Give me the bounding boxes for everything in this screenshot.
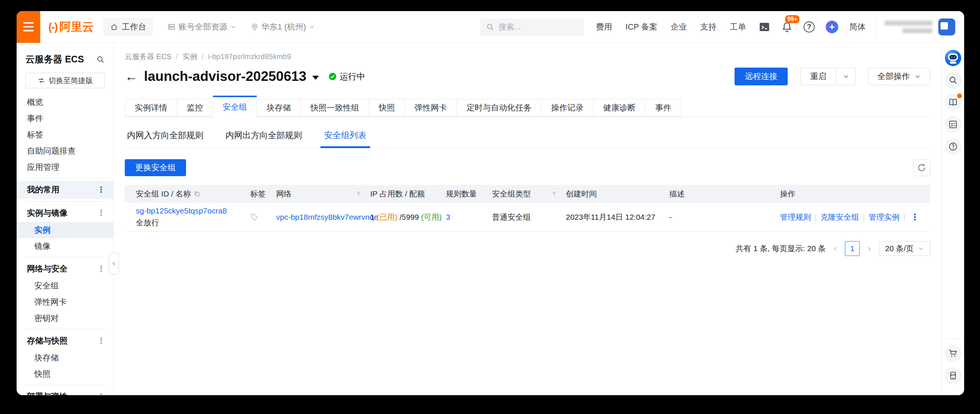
rule-count-link[interactable]: 3 [446, 213, 450, 221]
manage-instances-link[interactable]: 管理实例 [869, 212, 899, 222]
tab-monitoring[interactable]: 监控 [177, 99, 213, 117]
copy-icon[interactable] [194, 191, 200, 197]
sidebar-section-storage-snapshots[interactable]: 存储与快照 ⋮ [17, 332, 113, 350]
sidebar-item-tags[interactable]: 标签 [17, 127, 113, 143]
sidebar-item-events[interactable]: 事件 [17, 110, 113, 127]
tab-block-storage[interactable]: 块存储 [257, 99, 301, 117]
tab-events[interactable]: 事件 [646, 99, 681, 117]
tab-snapshot-consistency-groups[interactable]: 快照一致性组 [301, 99, 369, 117]
page-next-icon[interactable]: › [866, 244, 872, 254]
refresh-icon [917, 163, 926, 172]
restart-dropdown-arrow[interactable] [836, 68, 855, 85]
sidebar-collapse-handle[interactable]: ‹ [109, 253, 119, 274]
divider [25, 329, 105, 330]
region-dropdown[interactable]: 华东1 (杭州) [251, 21, 315, 32]
filter-funnel-icon[interactable] [356, 191, 361, 197]
help-icon[interactable]: ? [803, 21, 815, 32]
user-account[interactable] [875, 17, 964, 37]
sidebar-item-instances[interactable]: 实例 [17, 222, 113, 238]
tab-health-diagnostics[interactable]: 健康诊断 [593, 99, 646, 117]
rail-checklist-icon[interactable] [945, 116, 961, 133]
tag-icon[interactable] [250, 213, 272, 221]
more-dots-icon[interactable]: ⋮ [97, 336, 105, 346]
more-dots-icon[interactable]: ⋮ [97, 264, 105, 274]
ai-robot-assistant-icon[interactable] [945, 49, 961, 67]
pagination: 共有 1 条, 每页显示: 20 条 ‹ 1 › 20 条/页 [125, 241, 930, 256]
all-actions-button[interactable]: 全部操作 [868, 68, 930, 85]
search-input[interactable] [498, 22, 572, 32]
row-more-actions-icon[interactable]: ⋮ [909, 212, 921, 222]
more-dots-icon[interactable]: ⋮ [97, 392, 105, 395]
svg-text:APP: APP [950, 373, 956, 377]
manage-rules-link[interactable]: 管理规则 [780, 212, 811, 222]
back-arrow-icon[interactable]: ← [125, 70, 138, 83]
restart-button[interactable]: 重启 [800, 68, 836, 85]
rail-docs-icon[interactable] [945, 94, 961, 111]
sidebar-item-block-storage[interactable]: 块存储 [17, 350, 113, 366]
rail-mobile-app-icon[interactable]: APP [945, 367, 961, 384]
subtab-inbound-rules[interactable]: 内网入方向全部规则 [126, 126, 204, 148]
sidebar-item-security-groups[interactable]: 安全组 [17, 278, 113, 294]
filter-funnel-icon[interactable] [552, 191, 557, 197]
sidebar-item-enis[interactable]: 弹性网卡 [17, 294, 113, 310]
page-number-button[interactable]: 1 [845, 241, 860, 256]
col-ip-usage: IP 占用数 / 配额 [366, 189, 442, 199]
sidebar-section-favorites[interactable]: 我的常用 ⋮ [17, 181, 113, 199]
rail-search-icon[interactable] [945, 72, 961, 89]
subtab-outbound-rules[interactable]: 内网出方向全部规则 [225, 126, 303, 148]
remote-connect-button[interactable]: 远程连接 [735, 68, 788, 85]
sidebar-item-snapshots[interactable]: 快照 [17, 366, 113, 382]
status-badge: 运行中 [329, 71, 365, 82]
topbar-link-enterprise[interactable]: 企业 [671, 21, 687, 32]
sidebar-item-app-management[interactable]: 应用管理 [17, 159, 113, 175]
topbar-link-support[interactable]: 支持 [700, 21, 716, 32]
page-size-select[interactable]: 20 条/页 [879, 241, 930, 256]
sidebar-item-troubleshoot[interactable]: 自助问题排查 [17, 143, 113, 159]
vpc-link[interactable]: vpc-bp18mfzsy8bkv7ewrvnqe [276, 213, 379, 221]
topbar-link-expenses[interactable]: 费用 [596, 21, 612, 32]
tab-scheduled-tasks[interactable]: 定时与自动化任务 [457, 99, 541, 117]
language-toggle[interactable]: 简体 [850, 21, 865, 32]
ai-assistant-icon[interactable] [826, 21, 838, 33]
sidebar-item-overview[interactable]: 概览 [17, 94, 113, 110]
sidebar-search-icon[interactable] [96, 56, 105, 64]
change-security-group-button[interactable]: 更换安全组 [125, 159, 186, 176]
tab-operation-records[interactable]: 操作记录 [541, 99, 593, 117]
rail-cart-icon[interactable] [945, 345, 961, 362]
notification-bell-icon[interactable]: 99+ [781, 21, 792, 33]
subtab-security-group-list[interactable]: 安全组列表 [323, 126, 367, 148]
tab-security-groups[interactable]: 安全组 [213, 96, 257, 117]
col-network: 网络 [272, 189, 366, 199]
clone-security-group-link[interactable]: 克隆安全组 [820, 212, 859, 222]
topbar-link-tickets[interactable]: 工单 [730, 21, 746, 32]
switch-to-simple-button[interactable]: 切换至简捷版 [25, 73, 105, 88]
tab-enis[interactable]: 弹性网卡 [405, 99, 457, 117]
rail-help-icon[interactable] [945, 138, 961, 155]
page-prev-icon[interactable]: ‹ [832, 244, 838, 254]
sidebar-item-key-pairs[interactable]: 密钥对 [17, 310, 113, 326]
aliyun-logo[interactable]: (-) 阿里云 [48, 19, 94, 35]
account-resources-dropdown[interactable]: 账号全部资源 [167, 21, 236, 32]
tab-snapshots[interactable]: 快照 [369, 99, 405, 117]
notification-dot [957, 94, 962, 98]
more-dots-icon[interactable]: ⋮ [97, 208, 105, 218]
account-resources-label: 账号全部资源 [179, 21, 228, 32]
terminal-icon[interactable] [759, 21, 770, 33]
breadcrumb-instances[interactable]: 实例 [182, 52, 197, 62]
swap-icon [38, 77, 45, 84]
security-group-id-link[interactable]: sg-bp125ckye5tqsp7ocra8 [136, 207, 227, 215]
hamburger-menu-button[interactable] [17, 11, 40, 43]
refresh-button[interactable] [913, 159, 930, 176]
sidebar-section-network-security[interactable]: 网络与安全 ⋮ [17, 260, 113, 278]
more-dots-icon[interactable]: ⋮ [97, 185, 105, 194]
workspace-button[interactable]: 工作台 [103, 18, 153, 36]
chevron-down-icon [309, 24, 315, 30]
sidebar-section-instances-images[interactable]: 实例与镜像 ⋮ [17, 204, 113, 222]
sidebar-section-deployment-elasticity[interactable]: 部署与弹性 ⋮ [17, 388, 113, 395]
tab-instance-details[interactable]: 实例详情 [125, 99, 177, 117]
breadcrumb-ecs[interactable]: 云服务器 ECS [125, 52, 172, 62]
topbar-link-icp[interactable]: ICP 备案 [626, 21, 657, 32]
title-caret-icon[interactable] [312, 76, 319, 80]
screen: (-) 阿里云 工作台 账号全部资源 华东1 (杭州) 费用 ICP 备案 企业… [0, 0, 980, 414]
sidebar-item-images[interactable]: 镜像 [17, 238, 113, 255]
